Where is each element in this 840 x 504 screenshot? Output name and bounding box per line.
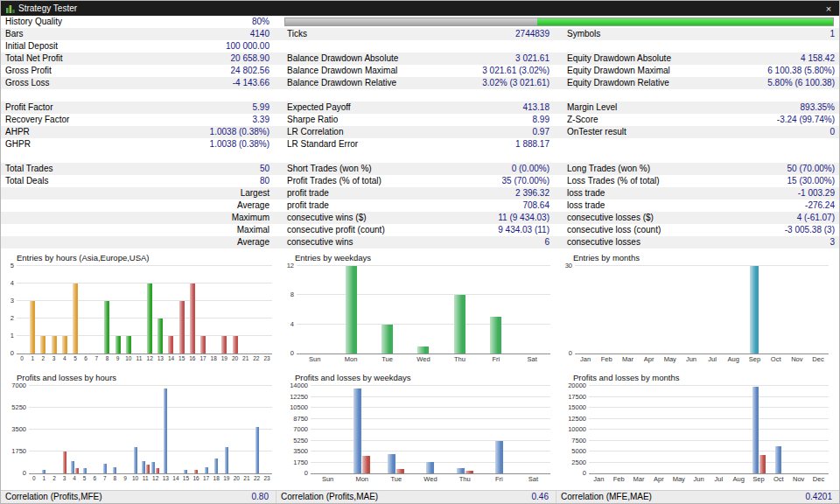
stat-value: 3	[830, 236, 835, 248]
x-tick-label: Dec	[808, 475, 829, 484]
chart-slot	[60, 386, 70, 473]
y-tick-label: 3500	[283, 447, 308, 455]
y-tick-label: 17500	[561, 393, 586, 401]
stats-row: Averageprofit trade708.64loss trade-276.…	[1, 200, 839, 212]
chart-slot	[150, 386, 161, 473]
x-tick-label: Jan	[575, 355, 596, 364]
stat-value: 5.99	[253, 102, 270, 114]
close-icon[interactable]: ×	[822, 4, 836, 14]
chart-x-axis: JanFebMarAprMayJunJulAugSepOctNovDec	[575, 355, 829, 364]
chart-bars	[589, 386, 829, 473]
stat-group: Ticks2744839	[283, 28, 554, 40]
status-value: 0.80	[252, 491, 269, 503]
stat-group: Equity Drawdown Relative5.80% (6 100.38)	[563, 77, 839, 89]
x-tick-label: Dec	[808, 355, 829, 364]
chart-x-axis: SunMonTueWedThuFriSat	[297, 355, 550, 364]
stats-row: Total Deals80Profit Trades (% of total)3…	[1, 175, 839, 187]
x-tick-label: 19	[219, 355, 229, 364]
chart-x-axis: SunMonTueWedThuFriSat	[311, 475, 550, 484]
chart-slot	[39, 386, 50, 473]
loss-bar	[396, 469, 404, 473]
stat-group: AHPR1.0038 (0.38%)	[1, 126, 274, 138]
y-tick-label: 7000	[4, 382, 26, 389]
x-tick-label: Feb	[609, 475, 629, 484]
x-tick-label: 16	[187, 355, 198, 364]
stat-label: consecutive losses	[567, 236, 640, 248]
chart-entries-by-hours: Entries by hours (Asia,Europe,USA)012345…	[4, 251, 279, 369]
chart-slot	[702, 266, 723, 354]
y-tick-label: 0	[4, 469, 26, 477]
x-tick-label: 18	[211, 475, 221, 484]
stat-value: 3 021.61	[515, 52, 550, 65]
chart-slot	[49, 386, 60, 473]
chart-slot	[589, 386, 609, 473]
status-correlation-profits-mae: Correlation (Profits,MAE) 0.46	[276, 491, 556, 503]
chart-slot	[102, 266, 112, 354]
stat-label: Ticks	[287, 28, 307, 40]
bar	[382, 325, 393, 354]
status-label: Correlation (Profits,MFE)	[5, 491, 102, 503]
x-tick-label: Aug	[723, 355, 744, 364]
chart-slot	[241, 266, 251, 354]
chart-slot	[161, 386, 172, 473]
x-tick-label: 15	[177, 355, 187, 364]
loss-bar	[156, 468, 159, 473]
chart-plot: 012345	[17, 266, 272, 354]
bar	[62, 336, 67, 354]
stat-label: consecutive loss (count)	[567, 224, 661, 236]
x-tick-label: 0	[17, 355, 27, 364]
chart-body: 030JanFebMarAprMayJunJulAugSepOctNovDec	[575, 266, 829, 364]
chart-slot	[144, 266, 155, 354]
x-tick-label: 12	[150, 475, 161, 484]
x-tick-label: 12	[144, 355, 155, 364]
x-tick-label: Sat	[514, 355, 550, 364]
x-tick-label: 14	[171, 475, 181, 484]
stat-label: Equity Drawdown Relative	[567, 77, 669, 89]
stat-group: Loss Trades (% of total)15 (30.00%)	[563, 175, 839, 187]
chart-title: Entries by weekdays	[283, 251, 557, 264]
x-tick-label: 8	[102, 355, 112, 364]
stat-label: Profit Trades (% of total)	[287, 175, 382, 187]
y-tick-label: 7500	[561, 437, 586, 444]
stat-group: Maximum	[1, 212, 274, 224]
chart-slot	[242, 386, 252, 473]
chart-body: 017503500525070008750105001225014000SunM…	[311, 386, 550, 484]
y-tick-label: 0	[561, 469, 586, 477]
stat-value: -3 005.38 (3)	[785, 224, 835, 236]
stat-label: Total Net Profit	[5, 52, 63, 65]
chart-title: Profits and losses by months	[561, 371, 836, 384]
chart-slot	[201, 386, 212, 473]
chart-slot	[442, 266, 478, 354]
stat-group: Balance Drawdown Relative3.02% (3 021.61…	[283, 77, 554, 89]
stat-group: Long Trades (won %)50 (70.00%)	[563, 163, 839, 175]
stat-group	[563, 40, 839, 52]
stat-label: loss trade	[567, 200, 605, 212]
chart-slot	[681, 266, 702, 354]
chart-slot	[69, 386, 80, 473]
x-tick-label: Jul	[702, 355, 723, 364]
x-tick-label: 20	[229, 355, 240, 364]
stat-group	[563, 138, 839, 150]
stat-group: consecutive loss (count)-3 005.38 (3)	[563, 224, 839, 236]
chart-slot	[229, 266, 240, 354]
stat-value: 3 021.61 (3.02%)	[482, 65, 550, 77]
stat-label: History Quality	[5, 16, 62, 28]
stat-value: 35 (70.00%)	[502, 175, 550, 187]
bar	[179, 301, 185, 354]
y-tick-label: 10000	[561, 425, 586, 433]
stat-label: Initial Deposit	[5, 40, 58, 52]
chart-slot	[766, 266, 787, 354]
stat-group: Expected Payoff413.18	[283, 102, 554, 114]
y-tick-label: 0	[561, 349, 572, 357]
chart-slot	[251, 266, 262, 354]
chart-slot	[448, 386, 482, 473]
chart-slot	[27, 266, 38, 354]
x-tick-label: Feb	[596, 355, 617, 364]
stat-label: Gross Profit	[5, 65, 52, 77]
y-tick-label: 0	[283, 349, 294, 357]
chart-slot	[478, 266, 514, 354]
chart-slot	[80, 386, 90, 473]
profit-bar	[142, 461, 145, 473]
chart-pl-by-weekdays: Profits and losses by weekdays0175035005…	[283, 371, 557, 489]
x-tick-label: Sat	[516, 475, 550, 484]
